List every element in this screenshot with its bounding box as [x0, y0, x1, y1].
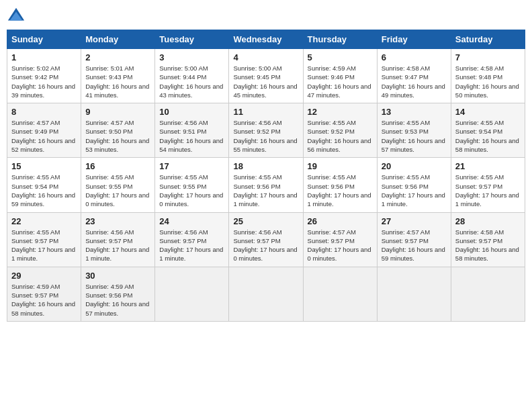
day-info: Sunrise: 4:59 AM Sunset: 9:46 PM Dayligh… [308, 64, 373, 99]
calendar-cell: 3Sunrise: 5:00 AM Sunset: 9:44 PM Daylig… [155, 49, 229, 103]
weekday-header-friday: Friday [377, 30, 451, 49]
day-info: Sunrise: 4:57 AM Sunset: 9:57 PM Dayligh… [382, 228, 447, 263]
day-number: 9 [85, 107, 150, 117]
day-info: Sunrise: 4:55 AM Sunset: 9:55 PM Dayligh… [159, 173, 224, 208]
day-number: 7 [455, 52, 521, 62]
calendar-cell: 5Sunrise: 4:59 AM Sunset: 9:46 PM Daylig… [303, 49, 377, 103]
day-info: Sunrise: 4:55 AM Sunset: 9:56 PM Dayligh… [308, 173, 373, 208]
day-info: Sunrise: 4:58 AM Sunset: 9:48 PM Dayligh… [455, 64, 521, 99]
day-info: Sunrise: 4:56 AM Sunset: 9:57 PM Dayligh… [159, 228, 224, 263]
calendar-cell: 9Sunrise: 4:57 AM Sunset: 9:50 PM Daylig… [81, 103, 155, 158]
day-number: 15 [11, 161, 77, 171]
day-info: Sunrise: 5:01 AM Sunset: 9:43 PM Dayligh… [85, 64, 150, 99]
day-info: Sunrise: 4:56 AM Sunset: 9:57 PM Dayligh… [85, 228, 150, 263]
calendar-cell: 24Sunrise: 4:56 AM Sunset: 9:57 PM Dayli… [155, 212, 229, 267]
calendar-cell [229, 267, 303, 321]
day-number: 30 [85, 271, 150, 281]
calendar-cell: 21Sunrise: 4:55 AM Sunset: 9:57 PM Dayli… [451, 158, 525, 212]
calendar-cell: 18Sunrise: 4:55 AM Sunset: 9:56 PM Dayli… [229, 158, 303, 212]
day-info: Sunrise: 4:55 AM Sunset: 9:56 PM Dayligh… [233, 173, 298, 208]
calendar-cell: 28Sunrise: 4:58 AM Sunset: 9:57 PM Dayli… [451, 212, 525, 267]
day-info: Sunrise: 4:55 AM Sunset: 9:57 PM Dayligh… [11, 228, 77, 263]
header [7, 7, 525, 26]
weekday-header-saturday: Saturday [451, 30, 525, 49]
calendar-cell: 7Sunrise: 4:58 AM Sunset: 9:48 PM Daylig… [451, 49, 525, 103]
week-row-4: 22Sunrise: 4:55 AM Sunset: 9:57 PM Dayli… [7, 212, 525, 267]
weekday-header-wednesday: Wednesday [229, 30, 303, 49]
weekday-header-sunday: Sunday [7, 30, 81, 49]
calendar-cell: 23Sunrise: 4:56 AM Sunset: 9:57 PM Dayli… [81, 212, 155, 267]
day-number: 27 [382, 216, 447, 226]
calendar-cell: 29Sunrise: 4:59 AM Sunset: 9:57 PM Dayli… [7, 267, 81, 321]
calendar-cell: 11Sunrise: 4:56 AM Sunset: 9:52 PM Dayli… [229, 103, 303, 158]
calendar-cell: 25Sunrise: 4:56 AM Sunset: 9:57 PM Dayli… [229, 212, 303, 267]
day-number: 16 [85, 161, 150, 171]
day-number: 3 [159, 52, 224, 62]
weekday-header-monday: Monday [81, 30, 155, 49]
calendar-container: SundayMondayTuesdayWednesdayThursdayFrid… [7, 7, 525, 322]
calendar-cell: 16Sunrise: 4:55 AM Sunset: 9:55 PM Dayli… [81, 158, 155, 212]
day-info: Sunrise: 4:55 AM Sunset: 9:57 PM Dayligh… [455, 173, 521, 208]
calendar-cell: 15Sunrise: 4:55 AM Sunset: 9:54 PM Dayli… [7, 158, 81, 212]
calendar-cell: 30Sunrise: 4:59 AM Sunset: 9:56 PM Dayli… [81, 267, 155, 321]
day-info: Sunrise: 4:56 AM Sunset: 9:52 PM Dayligh… [233, 118, 298, 154]
weekday-header-tuesday: Tuesday [155, 30, 229, 49]
day-number: 21 [455, 161, 521, 171]
calendar-cell: 2Sunrise: 5:01 AM Sunset: 9:43 PM Daylig… [81, 49, 155, 103]
day-info: Sunrise: 4:58 AM Sunset: 9:47 PM Dayligh… [382, 64, 447, 99]
day-number: 25 [233, 216, 298, 226]
calendar-cell [377, 267, 451, 321]
day-number: 20 [382, 161, 447, 171]
calendar-cell: 4Sunrise: 5:00 AM Sunset: 9:45 PM Daylig… [229, 49, 303, 103]
calendar-cell: 14Sunrise: 4:55 AM Sunset: 9:54 PM Dayli… [451, 103, 525, 158]
day-number: 2 [85, 52, 150, 62]
day-info: Sunrise: 4:55 AM Sunset: 9:56 PM Dayligh… [382, 173, 447, 208]
day-info: Sunrise: 4:57 AM Sunset: 9:57 PM Dayligh… [308, 228, 373, 263]
day-info: Sunrise: 4:59 AM Sunset: 9:56 PM Dayligh… [85, 282, 150, 318]
day-info: Sunrise: 4:55 AM Sunset: 9:52 PM Dayligh… [308, 118, 373, 154]
logo-icon [7, 7, 26, 26]
calendar-cell: 17Sunrise: 4:55 AM Sunset: 9:55 PM Dayli… [155, 158, 229, 212]
calendar-cell [303, 267, 377, 321]
day-number: 14 [455, 107, 521, 117]
day-number: 10 [159, 107, 224, 117]
day-number: 8 [11, 107, 77, 117]
day-info: Sunrise: 4:56 AM Sunset: 9:51 PM Dayligh… [159, 118, 224, 154]
calendar-cell: 12Sunrise: 4:55 AM Sunset: 9:52 PM Dayli… [303, 103, 377, 158]
day-number: 6 [382, 52, 447, 62]
day-number: 12 [308, 107, 373, 117]
day-info: Sunrise: 4:55 AM Sunset: 9:55 PM Dayligh… [85, 173, 150, 208]
calendar-cell: 22Sunrise: 4:55 AM Sunset: 9:57 PM Dayli… [7, 212, 81, 267]
calendar-cell: 8Sunrise: 4:57 AM Sunset: 9:49 PM Daylig… [7, 103, 81, 158]
calendar-cell [155, 267, 229, 321]
calendar-table: SundayMondayTuesdayWednesdayThursdayFrid… [7, 30, 525, 322]
calendar-cell: 20Sunrise: 4:55 AM Sunset: 9:56 PM Dayli… [377, 158, 451, 212]
calendar-cell: 27Sunrise: 4:57 AM Sunset: 9:57 PM Dayli… [377, 212, 451, 267]
day-number: 22 [11, 216, 77, 226]
calendar-cell: 13Sunrise: 4:55 AM Sunset: 9:53 PM Dayli… [377, 103, 451, 158]
day-info: Sunrise: 4:55 AM Sunset: 9:53 PM Dayligh… [382, 118, 447, 154]
day-info: Sunrise: 4:57 AM Sunset: 9:50 PM Dayligh… [85, 118, 150, 154]
day-number: 13 [382, 107, 447, 117]
weekday-header-row: SundayMondayTuesdayWednesdayThursdayFrid… [7, 30, 525, 49]
calendar-cell [451, 267, 525, 321]
week-row-3: 15Sunrise: 4:55 AM Sunset: 9:54 PM Dayli… [7, 158, 525, 212]
calendar-cell: 6Sunrise: 4:58 AM Sunset: 9:47 PM Daylig… [377, 49, 451, 103]
logo [7, 7, 28, 26]
day-number: 28 [455, 216, 521, 226]
day-info: Sunrise: 4:56 AM Sunset: 9:57 PM Dayligh… [233, 228, 298, 263]
day-number: 4 [233, 52, 298, 62]
week-row-2: 8Sunrise: 4:57 AM Sunset: 9:49 PM Daylig… [7, 103, 525, 158]
calendar-cell: 19Sunrise: 4:55 AM Sunset: 9:56 PM Dayli… [303, 158, 377, 212]
day-number: 5 [308, 52, 373, 62]
day-info: Sunrise: 4:58 AM Sunset: 9:57 PM Dayligh… [455, 228, 521, 263]
day-number: 19 [308, 161, 373, 171]
day-number: 29 [11, 271, 77, 281]
calendar-cell: 26Sunrise: 4:57 AM Sunset: 9:57 PM Dayli… [303, 212, 377, 267]
day-number: 1 [11, 52, 77, 62]
day-number: 18 [233, 161, 298, 171]
day-info: Sunrise: 5:02 AM Sunset: 9:42 PM Dayligh… [11, 64, 77, 99]
day-info: Sunrise: 5:00 AM Sunset: 9:44 PM Dayligh… [159, 64, 224, 99]
day-number: 23 [85, 216, 150, 226]
day-number: 24 [159, 216, 224, 226]
